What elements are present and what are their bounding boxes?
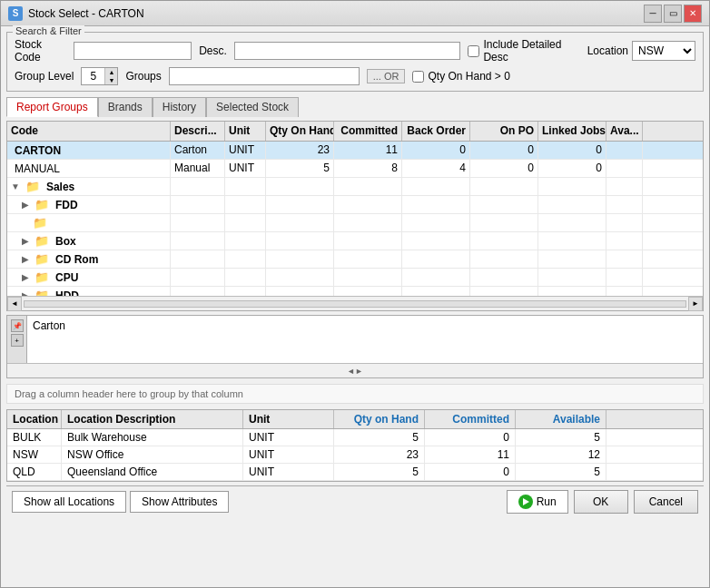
table-row[interactable]: ▶ 📁 CPU <box>7 269 703 287</box>
cell-back-order: 4 <box>402 160 470 177</box>
close-button[interactable]: ✕ <box>684 5 702 23</box>
table-row[interactable]: ▶ 📁 HDD <box>7 287 703 296</box>
cell-unit <box>225 178 266 195</box>
tabs-container: Report Groups Brands History Selected St… <box>6 97 704 117</box>
location-row: Location NSW BULK QLD ALL <box>587 41 695 61</box>
tab-selected-stock[interactable]: Selected Stock <box>206 97 299 117</box>
loc-cell-qty: 23 <box>334 446 425 463</box>
table-row[interactable]: CARTON Carton UNIT 23 11 0 0 0 <box>7 142 703 160</box>
tree-expand-icon[interactable]: ▶ <box>22 200 29 210</box>
folder-icon: 📁 <box>35 289 49 296</box>
include-detailed-desc-checkbox[interactable] <box>468 45 479 57</box>
show-attributes-button[interactable]: Show Attributes <box>130 491 229 513</box>
table-row[interactable]: ▼ 📁 Sales <box>7 178 703 196</box>
or-button[interactable]: ... OR <box>367 69 406 83</box>
titlebar-left: S Stock Select - CARTON <box>8 6 144 21</box>
detail-expand-icon[interactable]: + <box>11 334 24 347</box>
show-all-locations-button[interactable]: Show all Locations <box>12 491 126 513</box>
cell-desc: Carton <box>171 142 225 159</box>
stock-code-input[interactable] <box>74 42 192 60</box>
col-header-on-po: On PO <box>470 122 538 141</box>
qty-on-hand-checkbox[interactable] <box>412 71 424 83</box>
cell-back-order <box>402 178 470 195</box>
location-select[interactable]: NSW BULK QLD ALL <box>632 41 695 61</box>
ok-button[interactable]: OK <box>574 490 628 514</box>
tab-brands[interactable]: Brands <box>98 97 153 117</box>
filter-row-1: Stock Code Desc. Include Detailed Desc L… <box>15 38 695 64</box>
loc-cell-committed: 11 <box>425 446 516 463</box>
spinner-up[interactable]: ▲ <box>104 68 117 76</box>
run-icon <box>518 495 533 509</box>
tab-report-groups[interactable]: Report Groups <box>6 97 98 117</box>
loc-cell-avail: 5 <box>516 464 606 480</box>
cell-on-po <box>470 178 538 195</box>
loc-cell-location: QLD <box>7 464 62 480</box>
cell-committed: 8 <box>334 160 402 177</box>
tab-history[interactable]: History <box>153 97 206 117</box>
table-row[interactable]: ▶ 📁 Box <box>7 232 703 250</box>
horizontal-scrollbar[interactable] <box>24 300 686 308</box>
detail-text: Carton <box>33 319 65 332</box>
collapse-icon: ◄► <box>347 367 363 376</box>
col-header-code: Code <box>7 122 171 141</box>
desc-input[interactable] <box>234 42 461 60</box>
loc-cell-qty: 5 <box>334 464 425 480</box>
group-level-value[interactable] <box>82 69 104 83</box>
cell-on-po: 0 <box>470 160 538 177</box>
col-header-desc: Descri... <box>171 122 225 141</box>
location-row[interactable]: NSW NSW Office UNIT 23 11 12 <box>7 446 703 464</box>
table-row[interactable]: ▶ 📁 CD Rom <box>7 250 703 269</box>
scroll-right-button[interactable]: ► <box>688 297 703 311</box>
group-level-spinner: ▲ ▼ <box>81 67 118 85</box>
tree-expand-icon[interactable]: ▶ <box>22 254 29 264</box>
scrollbar-area: ◄ ► <box>7 296 703 310</box>
groups-input[interactable] <box>169 67 360 85</box>
desc-label: Desc. <box>199 44 227 57</box>
scroll-left-button[interactable]: ◄ <box>7 297 22 311</box>
cell-qty-hand <box>266 178 334 195</box>
grid-body: CARTON Carton UNIT 23 11 0 0 0 MANUAL <box>7 142 703 296</box>
tree-expand-icon[interactable]: ▶ <box>22 272 29 282</box>
grid-header: Code Descri... Unit Qty On Hand Committe… <box>7 122 703 142</box>
col-header-avail: Ava... <box>606 122 643 141</box>
main-content: Search & Filter Stock Code Desc. Include… <box>1 26 709 587</box>
col-header-back-order: Back Order <box>402 122 470 141</box>
cell-on-po: 0 <box>470 142 538 159</box>
table-row[interactable]: ▶ 📁 FDD <box>7 196 703 214</box>
loc-col-header-desc: Location Description <box>62 410 243 428</box>
spinner-down[interactable]: ▼ <box>104 76 117 84</box>
loc-cell-qty: 5 <box>334 429 425 446</box>
cell-code: ▼ 📁 Sales <box>7 178 171 195</box>
cell-linked-jobs: 0 <box>538 142 606 159</box>
restore-button[interactable]: ▭ <box>664 5 682 23</box>
bottom-bar: Show all Locations Show Attributes Run O… <box>6 485 704 517</box>
location-row[interactable]: QLD Queensland Office UNIT 5 0 5 <box>7 464 703 481</box>
tree-expand-icon[interactable]: ▶ <box>22 236 29 246</box>
loc-col-header-qty: Qty on Hand <box>334 410 425 428</box>
search-filter-group: Search & Filter Stock Code Desc. Include… <box>6 32 704 92</box>
detail-content: Carton <box>27 316 703 363</box>
location-row[interactable]: BULK Bulk Warehouse UNIT 5 0 5 <box>7 429 703 446</box>
loc-cell-desc: NSW Office <box>62 446 243 463</box>
cell-code: ▶ 📁 FDD <box>7 196 171 213</box>
run-button[interactable]: Run <box>507 490 568 514</box>
tree-expand-icon[interactable]: ▼ <box>11 181 20 191</box>
loc-cell-committed: 0 <box>425 429 516 446</box>
loc-col-header-avail: Available <box>516 410 606 428</box>
cell-qty-hand: 23 <box>266 142 334 159</box>
cancel-button[interactable]: Cancel <box>634 490 698 514</box>
cell-desc <box>171 178 225 195</box>
folder-icon: 📁 <box>35 270 49 284</box>
loc-cell-avail: 12 <box>516 446 606 463</box>
window-title: Stock Select - CARTON <box>28 7 144 20</box>
table-row[interactable]: 📁 <box>7 214 703 232</box>
table-row[interactable]: MANUAL Manual UNIT 5 8 4 0 0 <box>7 160 703 178</box>
location-label: Location <box>587 44 628 57</box>
detail-collapse-bar[interactable]: ◄► <box>7 363 703 377</box>
pin-icon[interactable]: 📌 <box>11 319 24 332</box>
cell-committed <box>334 178 402 195</box>
minimize-button[interactable]: ─ <box>644 5 662 23</box>
cell-avail <box>606 178 643 195</box>
cell-desc: Manual <box>171 160 225 177</box>
qty-on-hand-label: Qty On Hand > 0 <box>428 70 509 83</box>
